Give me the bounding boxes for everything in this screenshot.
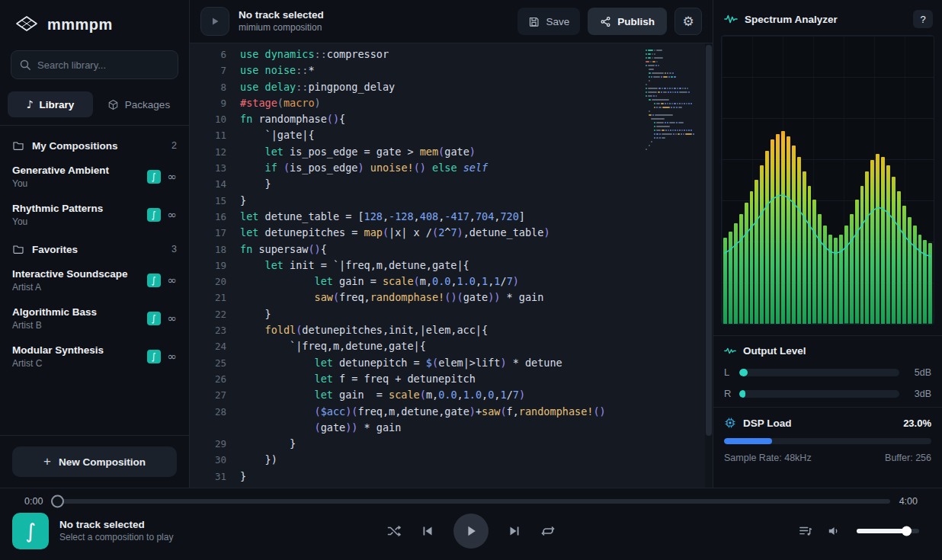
composition-title: Interactive Soundscape	[12, 268, 147, 280]
meter-track	[739, 369, 899, 376]
integral-badge-icon: ∫	[147, 350, 161, 363]
line-number: 28	[190, 404, 240, 420]
gear-icon: ⚙	[682, 14, 694, 29]
output-level-section: Output Level L5dBR3dB	[713, 335, 942, 407]
code-line: 7use noise::*	[190, 62, 713, 78]
volume-fill	[857, 529, 907, 533]
queue-button[interactable]	[799, 525, 812, 537]
line-number: 24	[190, 338, 240, 354]
sample-rate-label: Sample Rate: 48kHz	[724, 453, 812, 463]
plus-icon: +	[43, 454, 51, 469]
section-count: 2	[171, 140, 177, 151]
music-note-icon: ♪	[27, 98, 34, 110]
integral-badge-icon: ∫	[147, 208, 161, 222]
code-line: 10fn randomphase(){	[190, 111, 713, 127]
scrollbar-thumb[interactable]	[706, 45, 712, 436]
composition-title: Algorithmic Bass	[12, 306, 147, 318]
code-line: 15}	[190, 193, 713, 209]
volume-slider[interactable]	[857, 529, 919, 533]
code-line: 13 if (is_pos_edge) unoise!() else self	[190, 160, 713, 176]
library-item[interactable]: Generative AmbientYou∫∞	[0, 158, 189, 196]
track-subtitle: mimium composition	[239, 22, 324, 34]
code-line: 20 let gain = scale(m,0.0,1.0,1,1/7)	[190, 274, 713, 290]
infinity-icon: ∞	[168, 312, 178, 325]
dsp-load-bar	[724, 438, 931, 444]
dsp-meta: Sample Rate: 48kHz Buffer: 256	[724, 453, 931, 463]
code-line: 17let detunepitches = map(|x| x /(2^7),d…	[190, 225, 713, 241]
settings-button[interactable]: ⚙	[674, 8, 702, 35]
library-item-text: Interactive SoundscapeArtist A	[12, 268, 147, 293]
library-item[interactable]: Algorithmic BassArtist B∫∞	[0, 299, 189, 338]
output-meter: R3dB	[724, 388, 931, 399]
save-button[interactable]: Save	[517, 8, 580, 35]
line-number: 22	[190, 306, 240, 322]
meter-fill	[739, 390, 745, 398]
line-number: 16	[190, 209, 240, 225]
library-item-text: Generative AmbientYou	[12, 165, 147, 189]
timeline-slider[interactable]	[52, 499, 889, 504]
volume-handle[interactable]	[902, 526, 912, 536]
meter-track	[739, 390, 899, 398]
save-label: Save	[546, 16, 569, 27]
output-level-header: Output Level	[724, 345, 931, 357]
infinity-icon: ∞	[168, 350, 178, 363]
line-number: 25	[190, 355, 240, 371]
now-playing-info: No track selected Select a composition t…	[59, 518, 173, 543]
save-icon	[528, 16, 540, 27]
line-number: 19	[190, 258, 240, 274]
code-editor[interactable]: 6use dynamics::compressor7use noise::*8u…	[190, 43, 713, 488]
section-header: My Compositions2	[0, 130, 189, 158]
line-number: 23	[190, 322, 240, 338]
line-number: 27	[190, 387, 240, 403]
tab-packages[interactable]: Packages	[96, 91, 181, 117]
code-line: 12 let is_pos_edge = gate > mem(gate)	[190, 144, 713, 160]
track-title: No track selected	[239, 9, 324, 22]
composition-title: Generative Ambient	[12, 165, 147, 176]
timeline-handle[interactable]	[51, 495, 64, 508]
line-number: 9	[190, 95, 240, 111]
code-line: (gate)) * gain	[190, 420, 713, 436]
new-composition-button[interactable]: + New Composition	[12, 446, 177, 477]
repeat-button[interactable]	[540, 525, 556, 537]
editor-scrollbar[interactable]	[705, 43, 713, 488]
help-button[interactable]: ?	[913, 10, 933, 28]
analysis-panel: Spectrum Analyzer ? Output Level L5dBR3d…	[713, 0, 942, 488]
infinity-icon: ∞	[168, 274, 178, 287]
line-number: 11	[190, 127, 240, 143]
tab-library[interactable]: ♪ Library	[8, 91, 93, 117]
library-item-text: Rhythmic PatternsYou	[12, 203, 147, 227]
header-play-button[interactable]	[200, 7, 229, 36]
library-item[interactable]: Interactive SoundscapeArtist A∫∞	[0, 261, 189, 299]
volume-button[interactable]	[828, 525, 841, 537]
library-item[interactable]: Rhythmic PatternsYou∫∞	[0, 196, 189, 234]
meter-channel-label: R	[724, 388, 732, 399]
logo-row: mmmpm	[0, 0, 189, 49]
code-line: 25 let detunepitch = $(elem|>lift) * det…	[190, 355, 713, 371]
next-button[interactable]	[508, 525, 521, 537]
line-number: 15	[190, 193, 240, 209]
tab-library-label: Library	[40, 99, 75, 110]
previous-button[interactable]	[421, 525, 434, 537]
dsp-load-value: 23.0%	[903, 418, 931, 429]
code-line: 30 })	[190, 452, 713, 468]
folder-icon	[12, 139, 24, 152]
publish-label: Publish	[617, 16, 655, 27]
line-number: 30	[190, 452, 240, 468]
line-number: 6	[190, 46, 240, 62]
line-number: 17	[190, 225, 240, 241]
output-level-title: Output Level	[743, 345, 806, 357]
code-line: 31}	[190, 469, 713, 485]
play-icon	[210, 16, 220, 27]
section-title: My Compositions	[32, 140, 118, 152]
player-controls-row: ∫ No track selected Select a composition…	[0, 510, 942, 552]
editor-minimap[interactable]	[646, 50, 697, 156]
line-number: 21	[190, 290, 240, 306]
search-input[interactable]	[11, 50, 178, 79]
player-bar: 0:00 4:00 ∫ No track selected Select a c…	[0, 488, 942, 560]
publish-button[interactable]: Publish	[588, 8, 667, 35]
play-button[interactable]	[453, 514, 489, 549]
line-number: 18	[190, 242, 240, 258]
shuffle-button[interactable]	[386, 525, 402, 537]
library-item[interactable]: Modular SynthesisArtist C∫∞	[0, 338, 189, 376]
sidebar-tabs: ♪ Library Packages	[0, 88, 189, 126]
